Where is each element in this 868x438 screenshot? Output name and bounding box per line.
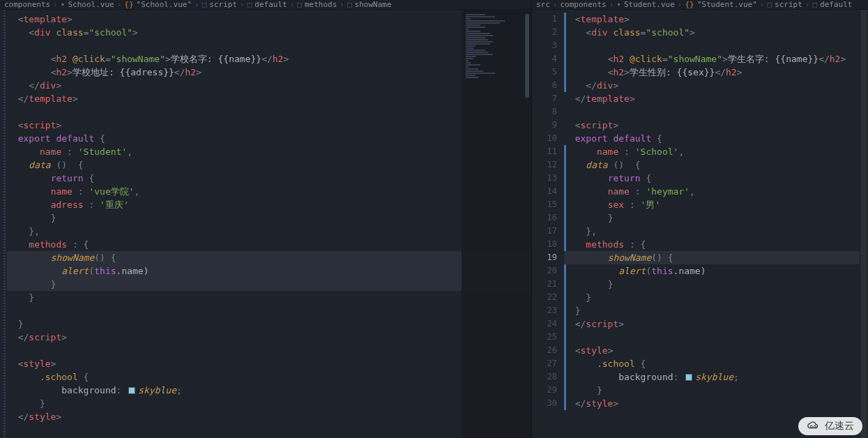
line-number: 11 [532, 145, 557, 158]
line-number: 2 [532, 26, 557, 39]
color-swatch [685, 374, 692, 381]
line-number: 5 [532, 66, 557, 79]
line-number: 12 [532, 158, 557, 172]
line-number: 29 [532, 384, 557, 397]
workspace: components› ▾School.vue› {}"School.vue"›… [0, 0, 868, 438]
crumb-region[interactable]: "Student.vue" [697, 0, 757, 9]
line-number: 26 [532, 344, 557, 357]
minimap-preview [466, 14, 515, 79]
svg-point-0 [810, 425, 812, 428]
line-number: 9 [532, 119, 557, 132]
watermark-text: 亿速云 [825, 420, 854, 432]
crumb-script[interactable]: script [209, 0, 237, 9]
code-editor-right[interactable]: 1234567891011121314151617181920212223242… [532, 10, 868, 438]
line-number: 4 [532, 52, 557, 66]
code-editor-left[interactable]: <template> <div class="school"> <h2 @cli… [0, 10, 531, 438]
line-number: 16 [532, 211, 557, 225]
line-number: 19 [532, 251, 557, 264]
line-number: 13 [532, 172, 557, 185]
line-number: 14 [532, 185, 557, 198]
line-number: 20 [532, 264, 557, 278]
line-number: 8 [532, 105, 557, 119]
line-number: 10 [532, 132, 557, 145]
line-number: 23 [532, 304, 557, 317]
crumb-default[interactable]: default [820, 0, 852, 9]
scrollbar-thumb[interactable] [860, 10, 867, 438]
line-number: 30 [532, 397, 557, 410]
line-number: 17 [532, 225, 557, 238]
crumb-components[interactable]: components [4, 0, 50, 9]
line-number: 22 [532, 291, 557, 304]
breadcrumb[interactable]: components› ▾School.vue› {}"School.vue"›… [0, 0, 531, 10]
breadcrumb[interactable]: src› components› ▾Student.vue› {}"Studen… [532, 0, 868, 10]
tag-template: template [23, 14, 67, 24]
line-number: 7 [532, 92, 557, 105]
crumb-file[interactable]: Student.vue [624, 0, 675, 9]
crumb-file[interactable]: School.vue [68, 0, 114, 9]
line-number: 21 [532, 278, 557, 291]
crumb-region[interactable]: "School.vue" [137, 0, 192, 9]
minimap-viewport[interactable] [525, 14, 529, 98]
cloud-icon [807, 421, 821, 432]
crumb-script[interactable]: script [775, 0, 802, 9]
watermark-badge: 亿速云 [798, 417, 862, 435]
line-number: 3 [532, 39, 557, 52]
code-area-left[interactable]: <template> <div class="school"> <h2 @cli… [7, 10, 531, 438]
line-number: 18 [532, 238, 557, 251]
svg-point-1 [814, 425, 816, 428]
line-number: 28 [532, 370, 557, 384]
minimap[interactable] [462, 10, 531, 438]
crumb-default[interactable]: default [254, 0, 287, 9]
editor-pane-left: components› ▾School.vue› {}"School.vue"›… [0, 0, 532, 438]
line-number: 27 [532, 357, 557, 370]
editor-pane-right: src› components› ▾Student.vue› {}"Studen… [532, 0, 868, 438]
line-number: 25 [532, 331, 557, 344]
line-number: 24 [532, 317, 557, 331]
color-swatch [128, 387, 135, 394]
fold-indicator [3, 10, 6, 438]
line-number: 15 [532, 198, 557, 211]
crumb-src[interactable]: src [536, 0, 550, 9]
line-number: 1 [532, 13, 557, 26]
crumb-methods[interactable]: methods [305, 0, 337, 9]
crumb-showname[interactable]: showName [355, 0, 392, 9]
line-number: 6 [532, 79, 557, 92]
scrollbar[interactable] [860, 10, 868, 438]
line-gutter: 1234567891011121314151617181920212223242… [532, 10, 564, 438]
code-area-right[interactable]: <template> <div class="school"> <h2 @cli… [564, 10, 868, 438]
crumb-components[interactable]: components [561, 0, 607, 9]
